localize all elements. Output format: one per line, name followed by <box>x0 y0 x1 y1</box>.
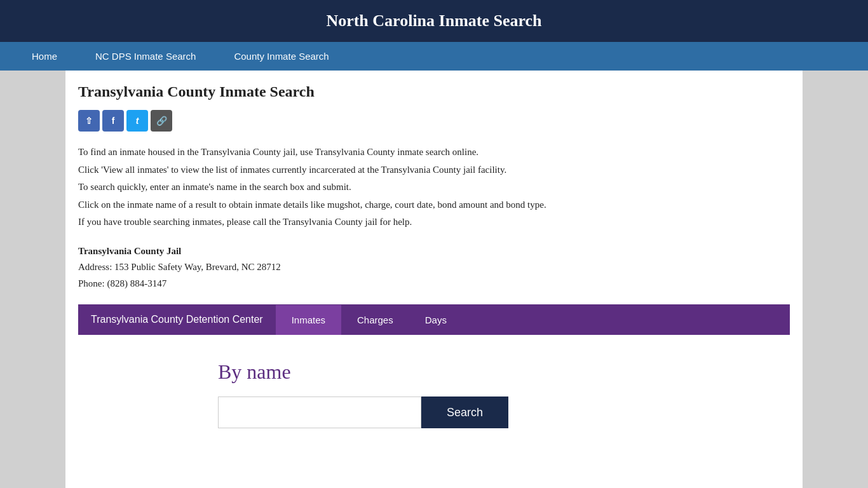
twitter-button[interactable]: t <box>126 110 148 132</box>
facebook-button[interactable]: f <box>102 110 124 132</box>
phone-label: Phone: <box>78 278 105 288</box>
tab-charges[interactable]: Charges <box>341 305 409 335</box>
search-form: Search <box>218 396 650 428</box>
site-title: North Carolina Inmate Search <box>326 11 541 30</box>
jail-phone: (828) 884-3147 <box>107 278 166 288</box>
social-buttons: ⇧ f t 🔗 <box>78 110 790 132</box>
description-block: To find an inmate housed in the Transylv… <box>78 144 790 231</box>
tab-inmates[interactable]: Inmates <box>276 305 341 335</box>
search-heading: By name <box>218 360 650 384</box>
twitter-icon: t <box>136 116 139 126</box>
search-section: By name Search <box>78 335 790 447</box>
search-input[interactable] <box>218 396 421 428</box>
site-header: North Carolina Inmate Search <box>0 0 868 42</box>
nav-item-nc-dps[interactable]: NC DPS Inmate Search <box>76 42 215 71</box>
jail-info: Transylvania County Jail Address: 153 Pu… <box>78 243 790 292</box>
description-line-2: Click 'View all inmates' to view the lis… <box>78 162 790 179</box>
copy-link-button[interactable]: 🔗 <box>151 110 172 132</box>
tab-days[interactable]: Days <box>409 305 463 335</box>
page-title: Transylvania County Inmate Search <box>78 83 790 100</box>
share-icon: ⇧ <box>85 116 93 126</box>
share-button[interactable]: ⇧ <box>78 110 100 132</box>
content-wrapper: Transylvania County Inmate Search ⇧ f t … <box>65 71 803 488</box>
tabs-container: Transylvania County Detention Center Inm… <box>78 304 790 335</box>
description-line-3: To search quickly, enter an inmate's nam… <box>78 179 790 196</box>
facility-name: Transylvania County Detention Center <box>78 304 276 335</box>
nav-item-county[interactable]: County Inmate Search <box>215 42 348 71</box>
facebook-icon: f <box>112 116 115 126</box>
nav-item-home[interactable]: Home <box>13 42 76 71</box>
description-line-1: To find an inmate housed in the Transylv… <box>78 144 790 161</box>
link-icon: 🔗 <box>156 116 167 126</box>
address-label: Address: <box>78 262 112 272</box>
description-line-4: Click on the inmate name of a result to … <box>78 197 790 214</box>
jail-name: Transylvania County Jail <box>78 246 181 256</box>
main-nav: Home NC DPS Inmate Search County Inmate … <box>0 42 868 71</box>
description-line-5: If you have trouble searching inmates, p… <box>78 214 790 231</box>
search-button[interactable]: Search <box>421 396 508 428</box>
jail-address: 153 Public Safety Way, Brevard, NC 28712 <box>114 262 281 272</box>
